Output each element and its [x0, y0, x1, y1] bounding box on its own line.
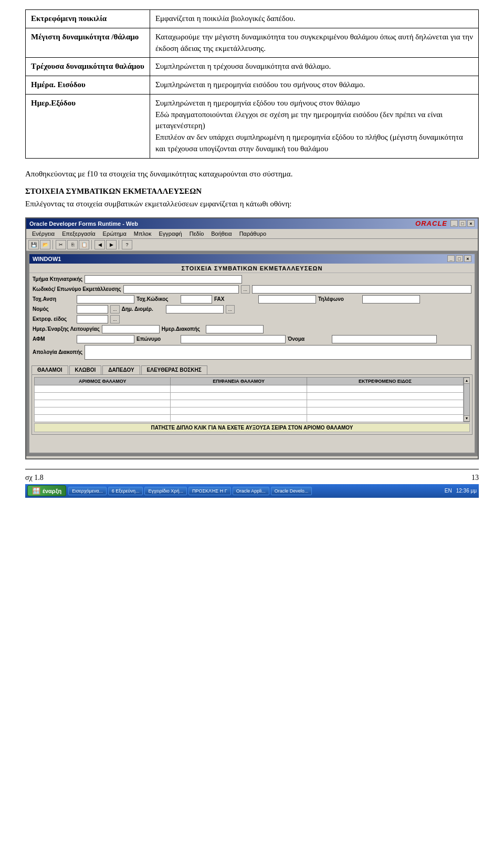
- scroll-down-button[interactable]: ▼: [464, 415, 470, 422]
- ektr-eidos-btn[interactable]: ...: [110, 315, 120, 323]
- inner-maximize-button[interactable]: □: [456, 255, 463, 262]
- taskbar-time: 12:36 μμ: [456, 488, 477, 494]
- menu-item[interactable]: Επεξεργασία: [58, 230, 99, 237]
- apologia-input[interactable]: [85, 345, 471, 360]
- taskbar: 🪟 έναρξη Εισερχόμενα...6 Εξερεύνη...Εγχε…: [25, 484, 479, 498]
- menu-item[interactable]: Ενέργεια: [28, 230, 58, 237]
- tilefono-input[interactable]: [362, 295, 420, 304]
- kodikos-btn[interactable]: ...: [241, 285, 250, 294]
- toolbar-sep2: [91, 240, 92, 249]
- section-subtitle: Επιλέγοντας τα στοιχεία συμβατικών εκμετ…: [25, 198, 479, 210]
- dim-diomer-input[interactable]: [166, 305, 224, 313]
- toolbar-save[interactable]: 💾: [28, 240, 39, 249]
- sub-table-header: ΕΠΙΦΑΝΕΙΑ ΘΑΛΑΜΟΥ: [171, 377, 307, 385]
- taskbar-item[interactable]: Εγχειρίδιο Χρή...: [144, 487, 187, 495]
- tmima-input[interactable]: [85, 275, 242, 284]
- oracle-window: Oracle Developer Forms Runtime - Web ORA…: [25, 217, 479, 459]
- sub-table-cell: [35, 414, 171, 422]
- dim-diomer-btn[interactable]: ...: [226, 305, 235, 313]
- tach-kodikos-label: Τοχ.Κώδικος: [136, 296, 178, 302]
- menu-item[interactable]: Βοήθεια: [207, 230, 235, 237]
- table-cell-content: Καταχωρούμε την μέγιστη δυναμικότητα του…: [150, 28, 478, 58]
- taskbar-language: EN: [445, 488, 452, 494]
- toolbar-open[interactable]: 📂: [40, 240, 50, 249]
- scroll-up-button[interactable]: ▲: [464, 378, 470, 384]
- minimize-button[interactable]: _: [450, 220, 458, 227]
- oracle-tab[interactable]: ΔΑΠΕΔΟΥ: [102, 365, 140, 374]
- toolbar-next[interactable]: ▶: [106, 240, 117, 249]
- table-cell-label: Μέγιστη δυναμικότητα /θάλαμο: [26, 28, 150, 58]
- oracle-inner-window: WINDOW1 _ □ × ΣΤΟΙΧΕΙΑ ΣΥΜΒΑΤΙΚΩΝ ΕΚΜΕΤΑ…: [28, 253, 476, 454]
- menu-item[interactable]: Εγγραφή: [155, 230, 186, 237]
- oracle-tabs: ΘΑΛΑΜΟΙΚΛΩΒΟΙΔΑΠΕΔΟΥΕΛΕΥΘΕΡΑΣ ΒΟΣΚΗΣ: [32, 365, 472, 374]
- nomos-btn[interactable]: ...: [110, 305, 120, 313]
- table-cell-content: Συμπληρώνεται η ημερομηνία εξόδου του σμ…: [150, 94, 478, 158]
- table-cell-content: Εμφανίζεται η ποικιλία βιολογικές δαπέδο…: [150, 10, 478, 28]
- onoma-label: Όνομα: [288, 336, 330, 342]
- taskbar-item[interactable]: ΠΡΟΣΚΛΉΣ Η Γ: [188, 487, 231, 495]
- taskbar-item[interactable]: Oracle Develo...: [271, 487, 312, 495]
- table-row: Τρέχουσα δυναμικότητα θαλάμουΣυμπληρώνετ…: [26, 58, 479, 76]
- table-cell-label: Εκτρεφόμενη ποικιλία: [26, 10, 150, 28]
- menu-item[interactable]: Παράθυρο: [236, 230, 270, 237]
- oracle-mdi-area: WINDOW1 _ □ × ΣΤΟΙΧΕΙΑ ΣΥΜΒΑΤΙΚΩΝ ΕΚΜΕΤΑ…: [26, 251, 478, 456]
- imer-enarxis-input[interactable]: [102, 325, 160, 333]
- sub-table-scroll: ΑΡΙΘΜΟΣ ΘΑΛΑΜΟΥΕΠΙΦΑΝΕΙΑ ΘΑΛΑΜΟΥΕΚΤΡΕΦΟΜ…: [34, 377, 470, 422]
- afm-input[interactable]: [77, 335, 134, 343]
- fax-input[interactable]: [258, 295, 316, 304]
- toolbar-prev[interactable]: ◀: [94, 240, 105, 249]
- table-cell-content: Συμπληρώνεται η ημερομηνία εισόδου του σ…: [150, 76, 478, 95]
- imer-diakopis-input[interactable]: [206, 325, 264, 333]
- taskbar-item[interactable]: Oracle Appli...: [233, 487, 269, 495]
- toolbar-help[interactable]: ?: [122, 240, 132, 249]
- nomos-input[interactable]: [77, 305, 108, 313]
- footer-right: 13: [471, 474, 479, 482]
- bottom-notice: ΠΑΤΗΣΤΕ ΔΙΠΛΟ ΚΛΙΚ ΓΙΑ ΝΑ ΕΧΕΤΕ ΑΥΞΟΥΣΑ …: [34, 423, 470, 432]
- onoma-input[interactable]: [332, 335, 437, 343]
- menu-item[interactable]: Πεδίο: [186, 230, 208, 237]
- section-title: ΣΤΟΙΧΕΙΑ ΣΥΜΒΑΤΙΚΩΝ ΕΚΜΕΤΑΛΛΕΥΣΕΩΝ: [25, 187, 479, 196]
- menu-item[interactable]: Ερώτημα: [99, 230, 130, 237]
- taskbar-start-label: έναρξη: [43, 488, 61, 494]
- sub-table-cell: [307, 400, 463, 407]
- sub-table-header: ΑΡΙΘΜΟΣ ΘΑΛΑΜΟΥ: [35, 377, 171, 385]
- tach-ansh-input[interactable]: [77, 295, 134, 304]
- toolbar-paste[interactable]: 📋: [79, 240, 89, 249]
- tach-ansh-label: Τοχ.Ανση: [33, 296, 75, 302]
- table-cell-label: Ημέρα. Εισόδου: [26, 76, 150, 95]
- sub-table-row: [35, 414, 464, 422]
- tach-kodikos-input[interactable]: [181, 295, 212, 304]
- oracle-tab[interactable]: ΚΛΩΒΟΙ: [69, 365, 102, 374]
- oracle-toolbar: 💾 📂 ✂ ⎘ 📋 ◀ ▶ ?: [26, 239, 478, 251]
- inner-close-button[interactable]: ×: [464, 255, 471, 262]
- taskbar-item[interactable]: 6 Εξερεύνη...: [108, 487, 143, 495]
- menu-item[interactable]: Μπλοκ: [130, 230, 155, 237]
- toolbar-copy[interactable]: ⎘: [67, 240, 78, 249]
- toolbar-sep3: [119, 240, 120, 249]
- inner-minimize-button[interactable]: _: [447, 255, 455, 262]
- maximize-button[interactable]: □: [459, 220, 466, 227]
- taskbar-start-button[interactable]: 🪟 έναρξη: [27, 485, 66, 496]
- sub-table-cell: [307, 407, 463, 414]
- imer-row: Ημερ.Έναρξης Λειτουργίας Ημερ.Διακοπής: [33, 325, 471, 333]
- taskbar-item[interactable]: Εισερχόμενα...: [68, 487, 107, 495]
- table-row: Ημερ.ΕξόδουΣυμπληρώνεται η ημερομηνία εξ…: [26, 94, 479, 158]
- kodikos-label: Κωδικός/ Επωνύμο Εκμετάλλευσης: [33, 286, 121, 292]
- kodikos-name-input[interactable]: [252, 285, 471, 294]
- form-section: Τμήμα Κτηνιατρικής Κωδικός/ Επωνύμο Εκμε…: [29, 273, 475, 363]
- close-button[interactable]: ×: [467, 220, 475, 227]
- ektr-eidos-input[interactable]: [77, 315, 108, 323]
- kodikos-input[interactable]: [123, 285, 239, 294]
- eponymo-label: Επώνυμο: [136, 336, 178, 342]
- oracle-statusbar: [26, 456, 478, 458]
- oracle-tab[interactable]: ΘΑΛΑΜΟΙ: [32, 365, 68, 374]
- sub-table-cell: [171, 400, 307, 407]
- eponymo-input[interactable]: [181, 335, 286, 343]
- oracle-tab[interactable]: ΕΛΕΥΘΕΡΑΣ ΒΟΣΚΗΣ: [141, 365, 207, 374]
- tilefono-label: Τηλέφωνο: [318, 296, 360, 302]
- footer-left: σχ 1.8: [25, 474, 44, 482]
- toolbar-cut[interactable]: ✂: [56, 240, 66, 249]
- tmima-row: Τμήμα Κτηνιατρικής: [33, 275, 471, 284]
- fax-label: FAX: [214, 296, 256, 302]
- sub-table-cell: [35, 385, 171, 392]
